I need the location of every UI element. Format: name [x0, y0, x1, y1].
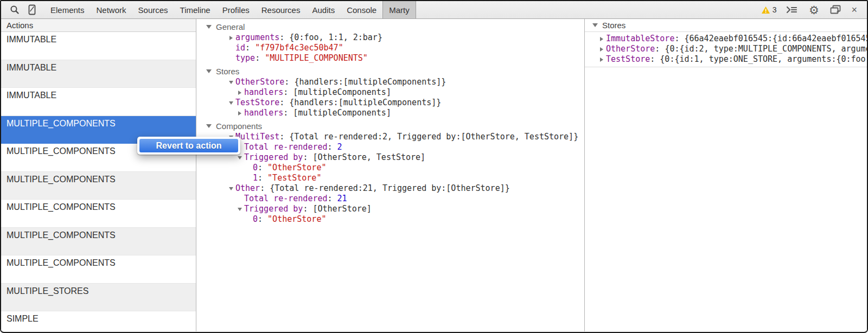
property-name: Other	[235, 183, 260, 193]
stores-panel: Stores ImmutableStore: {66a42eaebf016545…	[584, 19, 867, 331]
tree-row[interactable]: handlers: [multipleComponents]	[196, 108, 584, 118]
triangle-glyph	[229, 187, 233, 190]
tree-row[interactable]: ImmutableStore: {66a42eaebf016545:{id:66…	[585, 34, 867, 44]
action-label: MULTIPLE_COMPONENTS	[7, 202, 116, 212]
context-menu: Revert to action	[137, 137, 240, 155]
tab-profiles[interactable]: Profiles	[216, 1, 256, 18]
dock-window-icon[interactable]	[829, 3, 843, 17]
tree-row[interactable]: arguments: {0:foo, 1:1, 2:bar}	[196, 33, 584, 43]
triangle-glyph	[238, 111, 241, 116]
section-header-stores[interactable]: Stores	[196, 65, 584, 77]
tree-row[interactable]: Triggered by: [OtherStore, TestStore]	[196, 152, 584, 163]
list-item[interactable]: SIMPLE	[1, 311, 196, 333]
search-icon[interactable]	[8, 3, 22, 17]
tab-resources[interactable]: Resources	[256, 1, 307, 18]
triangle-glyph	[229, 81, 233, 84]
action-label: IMMUTABLE	[7, 91, 56, 100]
tree-row[interactable]: Total re-rendered: 2	[196, 142, 584, 152]
section-header-components[interactable]: Components	[196, 120, 584, 132]
list-item[interactable]: MULTIPLE_STORES	[1, 284, 196, 312]
chevron-right-icon[interactable]	[597, 34, 606, 44]
tree-row[interactable]: TestStore: {handlers:[multipleComponents…	[196, 98, 584, 108]
tree-row[interactable]: MultiTest: {Total re-rendered:2, Trigger…	[196, 132, 584, 142]
section-header-general[interactable]: General	[196, 21, 584, 33]
chevron-right-icon[interactable]	[597, 44, 606, 54]
tab-timeline[interactable]: Timeline	[174, 1, 216, 18]
property-name: 0	[253, 163, 258, 172]
tab-console[interactable]: Console	[341, 1, 382, 18]
chevron-down-icon[interactable]	[235, 204, 244, 214]
list-item[interactable]: IMMUTABLE	[1, 60, 196, 88]
menu-item-revert-to-action[interactable]: Revert to action	[139, 139, 238, 152]
property-value: "MULTIPLE_COMPONENTS"	[265, 53, 368, 63]
console-drawer-icon[interactable]	[784, 3, 799, 17]
tree-row[interactable]: OtherStore: {handlers:[multipleComponent…	[196, 77, 584, 87]
tree-row[interactable]: Total re-rendered: 21	[196, 194, 584, 204]
settings-gear-icon[interactable]: ⚙	[807, 3, 821, 17]
colon-separator: :	[258, 163, 267, 172]
property-value: {0:{id:2, type:MULTIPLE_COMPONENTS, argu…	[665, 44, 867, 54]
list-item[interactable]: MULTIPLE_COMPONENTS	[1, 228, 196, 256]
chevron-down-icon[interactable]	[227, 98, 235, 108]
property-name: OtherStore	[235, 77, 284, 87]
tree-row[interactable]: id: "f797bf4c3ec50b47"	[196, 43, 584, 53]
property-name: ImmutableStore	[606, 34, 674, 43]
devtools-toolbar: ElementsNetworkSourcesTimelineProfilesRe…	[1, 1, 867, 19]
toggle-device-mode-icon[interactable]	[25, 3, 39, 17]
property-name: handlers	[244, 87, 283, 97]
tab-network[interactable]: Network	[91, 1, 132, 18]
list-item[interactable]: MULTIPLE_COMPONENTS	[1, 255, 196, 284]
list-item[interactable]: IMMUTABLE	[1, 88, 196, 116]
tree-row[interactable]: 0: "OtherStore"	[196, 214, 584, 225]
tree-row[interactable]: 1: "TestStore"	[196, 173, 584, 183]
property-value: {Total re-rendered:2, Triggered by:[Othe…	[289, 132, 578, 142]
action-label: MULTIPLE_COMPONENTS	[7, 119, 116, 128]
tab-marty[interactable]: Marty	[382, 1, 416, 18]
tree-row[interactable]: Triggered by: [OtherStore]	[196, 204, 584, 214]
tree-row[interactable]: handlers: [multipleComponents]	[196, 87, 584, 98]
list-item[interactable]: IMMUTABLE	[1, 32, 196, 60]
close-icon[interactable]: ×	[851, 5, 857, 15]
tab-sources[interactable]: Sources	[132, 1, 174, 18]
tree-row[interactable]: type: "MULTIPLE_COMPONENTS"	[196, 53, 584, 63]
devtools-content: Actions IMMUTABLEIMMUTABLEIMMUTABLEMULTI…	[1, 19, 867, 331]
tree-row[interactable]: OtherStore: {0:{id:2, type:MULTIPLE_COMP…	[585, 44, 867, 54]
warning-count: 3	[773, 5, 777, 14]
list-item[interactable]: MULTIPLE_COMPONENTS	[1, 200, 196, 228]
property-value: "TestStore"	[267, 173, 321, 183]
tab-audits[interactable]: Audits	[306, 1, 341, 18]
stores-panel-header[interactable]: Stores	[585, 19, 867, 32]
section-title: General	[216, 22, 245, 31]
action-label: IMMUTABLE	[7, 35, 56, 44]
colon-separator: :	[279, 33, 289, 42]
colon-separator: :	[674, 34, 684, 43]
devtools-window: ElementsNetworkSourcesTimelineProfilesRe…	[0, 0, 868, 333]
property-name: 1	[253, 173, 258, 183]
triangle-glyph	[600, 47, 603, 52]
action-label: MULTIPLE_COMPONENTS	[7, 258, 116, 267]
property-name: id	[235, 43, 245, 53]
colon-separator: :	[283, 87, 293, 97]
colon-separator: :	[284, 77, 294, 87]
chevron-right-icon[interactable]	[597, 54, 606, 65]
tree-section-components: ComponentsMultiTest: {Total re-rendered:…	[196, 120, 584, 225]
tree-row[interactable]: 0: "OtherStore"	[196, 163, 584, 173]
action-label: MULTIPLE_COMPONENTS	[7, 175, 116, 184]
chevron-right-icon[interactable]	[235, 108, 244, 118]
list-item[interactable]: MULTIPLE_COMPONENTS	[1, 172, 196, 200]
property-value: 2	[337, 142, 342, 152]
chevron-down-icon[interactable]	[227, 183, 235, 194]
chevron-right-icon[interactable]	[235, 87, 244, 98]
colon-separator: :	[303, 204, 312, 214]
property-value: {handlers:[multipleComponents]}	[289, 98, 441, 107]
tree-row[interactable]: Other: {Total re-rendered:21, Triggered …	[196, 183, 584, 194]
tree-row[interactable]: TestStore: {0:{id:1, type:ONE_STORE, arg…	[585, 54, 867, 65]
section-title: Components	[216, 121, 262, 131]
warning-indicator[interactable]: 3	[761, 5, 777, 14]
property-value: {0:foo, 1:1, 2:bar}	[289, 33, 382, 42]
toolbar-tabs: ElementsNetworkSourcesTimelineProfilesRe…	[44, 1, 416, 18]
chevron-down-icon[interactable]	[227, 77, 235, 87]
tab-elements[interactable]: Elements	[44, 1, 91, 18]
chevron-right-icon[interactable]	[227, 33, 235, 43]
chevron-down-icon	[592, 23, 598, 27]
